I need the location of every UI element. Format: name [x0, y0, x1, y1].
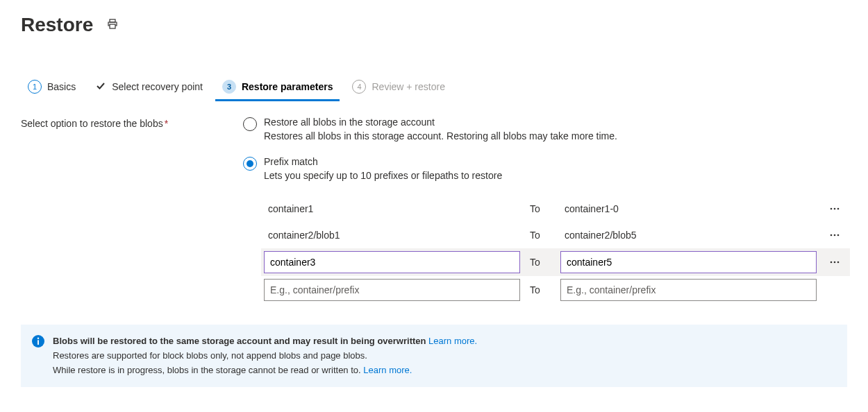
prefix-row: To [264, 276, 847, 304]
to-label: To [530, 257, 551, 268]
info-banner: Blobs will be restored to the same stora… [21, 325, 847, 387]
tab-label: Select recovery point [112, 81, 203, 92]
svg-rect-0 [110, 19, 115, 22]
radio-title: Prefix match [264, 156, 847, 167]
form-label: Select option to restore the blobs* [21, 117, 215, 129]
prefix-from-value: container1 [264, 203, 520, 214]
svg-point-9 [834, 261, 836, 264]
svg-point-16 [37, 337, 39, 338]
radio-description: Lets you specify up to 10 prefixes or fi… [264, 169, 847, 183]
info-text: Blobs will be restored to the same stora… [53, 334, 477, 377]
prefix-to-value: container2/blob5 [560, 230, 817, 241]
check-icon [95, 80, 106, 94]
info-icon [32, 334, 44, 350]
radio-icon [243, 117, 257, 131]
svg-point-7 [837, 234, 840, 237]
radio-title: Restore all blobs in the storage account [264, 117, 847, 128]
tab-step-number: 1 [28, 80, 42, 94]
radio-icon [243, 157, 257, 171]
prefix-to-input[interactable] [560, 251, 817, 273]
tab-basics[interactable]: 1 Basics [21, 74, 83, 101]
to-label: To [530, 230, 551, 241]
prefix-from-value: container2/blob1 [264, 230, 520, 241]
radio-option-prefix-match[interactable]: Prefix match Lets you specify up to 10 p… [243, 156, 847, 183]
tab-recovery-point[interactable]: Select recovery point [88, 75, 210, 101]
prefix-row: container1 To container1-0 [264, 196, 847, 222]
learn-more-link[interactable]: Learn more. [428, 336, 477, 346]
tab-label: Basics [47, 81, 76, 92]
tab-review-restore[interactable]: 4 Review + restore [345, 74, 451, 101]
prefix-row: To [261, 248, 850, 276]
required-indicator: * [165, 118, 168, 129]
to-label: To [530, 284, 551, 295]
prefix-from-input[interactable] [264, 251, 520, 273]
print-icon[interactable] [107, 19, 118, 32]
prefix-row: container2/blob1 To container2/blob5 [264, 222, 847, 248]
svg-point-8 [831, 261, 833, 264]
radio-option-restore-all[interactable]: Restore all blobs in the storage account… [243, 117, 847, 144]
tab-label: Restore parameters [242, 81, 333, 92]
prefix-rows: container1 To container1-0 container2/bl… [264, 196, 847, 304]
to-label: To [530, 203, 551, 214]
tab-step-number: 4 [352, 80, 366, 94]
svg-point-5 [831, 234, 833, 237]
tab-restore-parameters[interactable]: 3 Restore parameters [215, 74, 340, 101]
learn-more-link[interactable]: Learn more. [363, 365, 412, 375]
page-title: Restore [21, 14, 93, 36]
radio-description: Restores all blobs in this storage accou… [264, 129, 847, 144]
row-actions-button[interactable] [826, 230, 847, 241]
prefix-from-input[interactable] [264, 279, 520, 301]
svg-rect-15 [37, 340, 39, 345]
row-actions-button[interactable] [826, 203, 847, 214]
tab-step-number: 3 [222, 80, 236, 94]
svg-point-2 [831, 208, 833, 210]
svg-rect-1 [110, 24, 115, 28]
prefix-to-value: container1-0 [560, 203, 817, 214]
wizard-tabs: 1 Basics Select recovery point 3 Restore… [21, 74, 847, 101]
prefix-to-input[interactable] [560, 279, 817, 301]
svg-point-10 [837, 261, 840, 264]
svg-point-6 [834, 234, 836, 237]
svg-point-3 [834, 208, 836, 210]
tab-label: Review + restore [372, 81, 444, 92]
svg-point-4 [837, 208, 840, 210]
row-actions-button[interactable] [826, 257, 847, 268]
